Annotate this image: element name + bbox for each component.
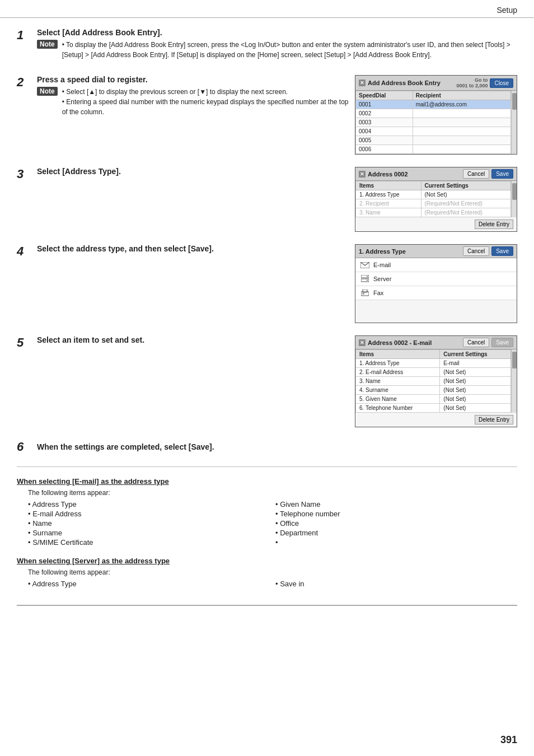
panel-4-cancel-btn[interactable]: Cancel bbox=[463, 246, 489, 256]
server-section: When selecting [Server] as the address t… bbox=[17, 557, 517, 588]
panel-2-title: Add Address Book Entry bbox=[368, 80, 441, 86]
email-item-col2: Department bbox=[275, 529, 517, 537]
address-type-fax[interactable]: Fax bbox=[355, 286, 517, 300]
panel-5-title: Address 0002 - E-mail bbox=[368, 339, 432, 346]
server-item-col1: Address Type bbox=[28, 580, 270, 588]
addr-table-3: Items Current Settings 1. Address Type(N… bbox=[355, 181, 511, 217]
addrtype-label: Fax bbox=[373, 290, 383, 296]
addr5-row[interactable]: 5. Given Name(Not Set) bbox=[356, 395, 511, 404]
speeddial-row[interactable]: 0003 bbox=[356, 118, 511, 127]
addr3-row[interactable]: 1. Address Type(Not Set) bbox=[356, 190, 511, 199]
step-3-number: 3 bbox=[17, 167, 32, 181]
step-1-text: Select [Add Address Book Entry]. bbox=[37, 28, 517, 37]
speeddial-row[interactable]: 0001mail1@address.com bbox=[356, 100, 511, 109]
scrollbar-5[interactable] bbox=[511, 349, 517, 413]
email-items-list: Address TypeGiven NameE-mail AddressTele… bbox=[28, 500, 517, 547]
panel-3-save-btn[interactable]: Save bbox=[491, 169, 513, 179]
address-type-panel: 1. Address Type Cancel Save E-mailServer… bbox=[355, 244, 517, 323]
delete-entry-btn-3[interactable]: Delete Entry bbox=[475, 220, 513, 229]
speeddial-row[interactable]: 0002 bbox=[356, 109, 511, 118]
addr3-col-2: Current Settings bbox=[421, 181, 510, 190]
address-type-list: E-mailServerFax bbox=[355, 258, 517, 300]
panel-5-cancel-btn[interactable]: Cancel bbox=[463, 338, 489, 347]
server-icon bbox=[360, 275, 370, 283]
speeddial-col-2: Recipient bbox=[413, 91, 510, 100]
email-item-col1: Address Type bbox=[28, 500, 270, 508]
email-item-col2 bbox=[275, 538, 517, 547]
step-4-text: Select the address type, and then select… bbox=[37, 244, 349, 253]
speeddial-table: SpeedDial Recipient 0001mail1@address.co… bbox=[355, 91, 511, 154]
address-type-email[interactable]: E-mail bbox=[355, 258, 517, 272]
panel-3-title: Address 0002 bbox=[368, 171, 408, 178]
server-items-list: Address TypeSave in bbox=[28, 580, 517, 588]
step-3-text: Select [Address Type]. bbox=[37, 167, 349, 176]
email-item-col2: Office bbox=[275, 519, 517, 528]
fax-icon bbox=[360, 289, 370, 297]
goto-range: 0001 to 2,000 bbox=[456, 83, 488, 88]
svg-rect-7 bbox=[362, 293, 364, 295]
email-item-col2: Telephone number bbox=[275, 510, 517, 518]
panel-4-save-btn[interactable]: Save bbox=[491, 246, 513, 256]
step-5-number: 5 bbox=[17, 335, 32, 350]
email-icon bbox=[360, 261, 370, 269]
step-6: 6 When the settings are completed, selec… bbox=[17, 440, 517, 454]
panel-x-icon: ✕ bbox=[359, 80, 366, 86]
panel-close-btn[interactable]: Close bbox=[490, 78, 513, 88]
step-2-text: Press a speed dial to register. bbox=[37, 75, 349, 84]
step-4: 4 Select the address type, and then sele… bbox=[17, 244, 517, 323]
step-6-number: 6 bbox=[17, 440, 32, 454]
step-5: 5 Select an item to set and set. ✕ Addre… bbox=[17, 335, 517, 427]
server-section-intro: The following items appear: bbox=[28, 568, 517, 576]
step-5-text: Select an item to set and set. bbox=[37, 335, 349, 344]
addrtype-label: E-mail bbox=[373, 262, 391, 268]
delete-entry-btn-5[interactable]: Delete Entry bbox=[475, 415, 513, 424]
addr-table-5: Items Current Settings 1. Address TypeE-… bbox=[355, 349, 511, 413]
server-section-heading: When selecting [Server] as the address t… bbox=[17, 557, 517, 565]
addr3-col-1: Items bbox=[356, 181, 421, 190]
addr5-row[interactable]: 4. Surname(Not Set) bbox=[356, 386, 511, 395]
panel-4-title: 1. Address Type bbox=[359, 248, 406, 255]
step-4-number: 4 bbox=[17, 244, 32, 259]
address-0002-panel: ✕ Address 0002 Cancel Save bbox=[355, 167, 517, 232]
speeddial-col-1: SpeedDial bbox=[356, 91, 413, 100]
addr5-col-2: Current Settings bbox=[440, 350, 511, 359]
panel-3-cancel-btn[interactable]: Cancel bbox=[463, 169, 489, 179]
addr3-row[interactable]: 2. Recipient(Required/Not Entered) bbox=[356, 199, 511, 208]
email-section: When selecting [E-mail] as the address t… bbox=[17, 477, 517, 547]
goto-label: Go to bbox=[456, 77, 488, 83]
header-title: Setup bbox=[496, 6, 517, 15]
address-type-server[interactable]: Server bbox=[355, 272, 517, 286]
step-2-number: 2 bbox=[17, 75, 32, 90]
scrollbar[interactable] bbox=[511, 91, 517, 154]
speeddial-row[interactable]: 0006 bbox=[356, 145, 511, 154]
page-header: Setup bbox=[0, 0, 534, 18]
step-3: 3 Select [Address Type]. ✕ Address 0002 … bbox=[17, 167, 517, 232]
speeddial-row[interactable]: 0005 bbox=[356, 136, 511, 145]
step-1: 1 Select [Add Address Book Entry]. Note … bbox=[17, 28, 517, 63]
step-2-note-label: Note bbox=[37, 87, 58, 96]
panel3-x-icon: ✕ bbox=[359, 171, 366, 178]
email-section-intro: The following items appear: bbox=[28, 489, 517, 497]
speeddial-row[interactable]: 0004 bbox=[356, 127, 511, 136]
email-item-col1: Surname bbox=[28, 529, 270, 537]
add-address-book-panel: ✕ Add Address Book Entry Go to 0001 to 2… bbox=[355, 75, 517, 155]
step-2-note-text: • Select [▲] to display the previous scr… bbox=[62, 87, 349, 117]
svg-point-4 bbox=[367, 280, 368, 281]
addr5-row[interactable]: 1. Address TypeE-mail bbox=[356, 359, 511, 368]
addrtype-label: Server bbox=[373, 276, 391, 282]
addr5-row[interactable]: 3. Name(Not Set) bbox=[356, 377, 511, 386]
scrollbar-3[interactable] bbox=[511, 181, 517, 217]
addr5-row[interactable]: 2. E-mail Address(Not Set) bbox=[356, 368, 511, 377]
panel-5-save-btn[interactable]: Save bbox=[491, 338, 513, 347]
addr5-row[interactable]: 6. Telephone Number(Not Set) bbox=[356, 404, 511, 413]
addr3-row[interactable]: 3. Name(Required/Not Entered) bbox=[356, 208, 511, 217]
svg-point-3 bbox=[367, 276, 368, 277]
panel5-x-icon: ✕ bbox=[359, 339, 366, 346]
email-item-col1: Name bbox=[28, 519, 270, 528]
addr5-col-1: Items bbox=[356, 350, 440, 359]
address-email-panel: ✕ Address 0002 - E-mail Cancel Save bbox=[355, 335, 517, 427]
email-section-heading: When selecting [E-mail] as the address t… bbox=[17, 477, 517, 486]
email-item-col1: E-mail Address bbox=[28, 510, 270, 518]
page-number: 391 bbox=[500, 734, 517, 746]
step-1-note-label: Note bbox=[37, 40, 58, 49]
